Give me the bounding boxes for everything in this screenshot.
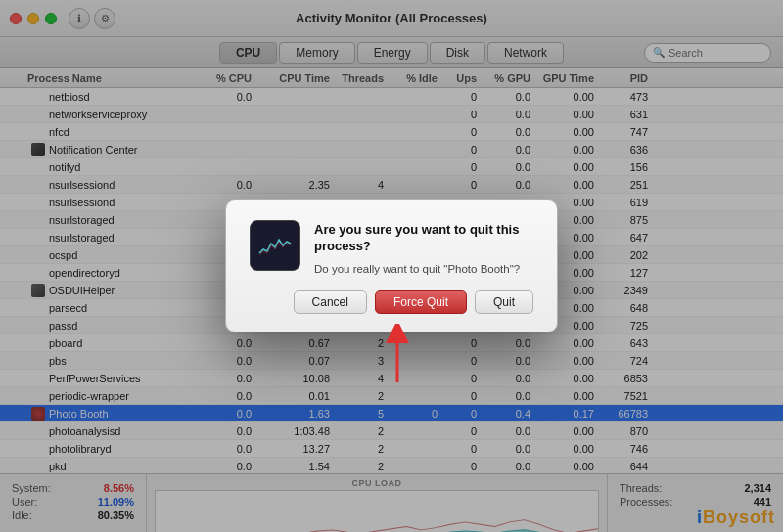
cancel-button[interactable]: Cancel [294,290,367,314]
quit-button[interactable]: Quit [475,290,533,314]
modal-app-icon [250,220,300,271]
force-quit-button[interactable]: Force Quit [375,290,467,314]
arrow-indicator [378,324,417,390]
modal-body: Do you really want to quit "Photo Booth"… [314,261,533,277]
modal-overlay: Are you sure you want to quit this proce… [0,0,783,532]
modal-title: Are you sure you want to quit this proce… [314,222,533,255]
modal-text: Are you sure you want to quit this proce… [314,220,533,277]
svg-rect-0 [257,232,293,259]
quit-process-dialog: Are you sure you want to quit this proce… [225,200,558,332]
modal-header: Are you sure you want to quit this proce… [250,220,533,277]
activity-monitor-icon [257,232,293,259]
modal-buttons: Cancel Force Quit Quit [250,290,533,314]
